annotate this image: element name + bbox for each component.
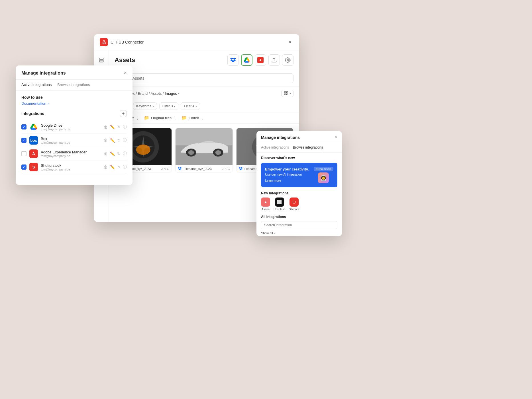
svg-rect-6 — [286, 92, 288, 93]
new-int-sitecore[interactable]: ⬡ Sitecore — [289, 198, 299, 211]
integrations-label: Integrations — [21, 111, 120, 116]
svg-rect-1 — [99, 60, 103, 61]
filter4-btn[interactable]: Filter 4 ▾ — [181, 102, 200, 110]
new-int-unsplash[interactable]: ⬜ Unsplash — [274, 198, 286, 211]
svg-rect-8 — [286, 94, 288, 95]
box-edit-icon[interactable]: ✏️ — [110, 138, 115, 143]
settings-service-btn[interactable] — [282, 54, 293, 66]
breadcrumb-chevron: ▾ — [178, 92, 180, 95]
filter-keywords-chevron: ▾ — [152, 105, 154, 108]
folder-edited-dots[interactable]: ⋮ — [201, 116, 205, 120]
shutterstock-delete-icon[interactable]: 🗑 — [104, 165, 108, 169]
view-toggle-btn[interactable]: ▾ — [281, 90, 293, 97]
adobe-delete-icon[interactable]: 🗑 — [104, 151, 108, 156]
documentation-link[interactable]: Documentation › — [21, 101, 127, 106]
asana-logo: ● — [261, 198, 270, 207]
how-to-use-section: How to use Documentation › — [21, 95, 127, 106]
gdrive-delete-icon[interactable]: 🗑 — [104, 125, 108, 129]
shutterstock-refresh-icon[interactable]: ↻ — [117, 165, 121, 169]
box-checkbox[interactable] — [21, 138, 27, 143]
cihub-close-button[interactable]: × — [287, 39, 293, 46]
adobe-checkbox[interactable] — [21, 151, 27, 156]
shutterstock-email: tom@mycompany.de — [41, 168, 101, 171]
folder-original[interactable]: 📁 Original files ⋮ — [144, 115, 177, 120]
upload-service-btn[interactable] — [268, 54, 280, 66]
sitecore-logo: ⬡ — [290, 198, 299, 207]
gdrive-name: Google Drive — [41, 123, 101, 127]
manage-title: Manage integrations — [21, 71, 124, 76]
browse-close-btn[interactable]: × — [335, 135, 337, 140]
cihub-titlebar: CIHUB CI HUB Connector × — [94, 34, 299, 50]
folder-edited-icon: 📁 — [182, 115, 187, 120]
search-integration-input[interactable] — [261, 221, 337, 229]
new-int-asana[interactable]: ● Asana — [261, 198, 270, 211]
gdrive-info-icon[interactable]: ⓘ — [123, 124, 127, 129]
filter3-btn[interactable]: Filter 3 ▾ — [159, 102, 179, 110]
shutterstock-name: Shutterstock — [41, 163, 101, 168]
box-delete-icon[interactable]: 🗑 — [104, 138, 108, 143]
image-filename-1: Filename_xyz_2023 — [184, 167, 220, 170]
adobe-logo: A — [29, 149, 38, 158]
folder-archive-dots[interactable]: ⋮ — [136, 116, 139, 120]
search-input[interactable] — [115, 73, 293, 83]
adobe-info: Adobe Experience Manager tom@mycompany.d… — [41, 150, 101, 158]
all-integrations-label: All integrations — [261, 215, 337, 219]
manage-body: How to use Documentation › Integrations … — [16, 91, 133, 179]
browse-tab-active[interactable]: Active integrations — [261, 143, 289, 152]
shutterstock-checkbox[interactable] — [21, 164, 27, 170]
shutterstock-edit-icon[interactable]: ✏️ — [110, 165, 115, 169]
grid-icon — [284, 91, 288, 96]
dropbox-service-btn[interactable] — [227, 54, 239, 66]
assets-title: Assets — [115, 56, 227, 64]
browse-tab-browse[interactable]: Browse integrations — [293, 143, 323, 152]
adobe-refresh-icon[interactable]: ↻ — [117, 151, 121, 156]
gdrive-checkbox[interactable] — [21, 124, 27, 129]
image-thumb-1 — [176, 128, 232, 165]
shutterstock-info-icon[interactable]: ⓘ — [123, 164, 127, 170]
tab-browse-integrations[interactable]: Browse integrations — [57, 80, 90, 90]
adobe-edit-icon[interactable]: ✏️ — [110, 151, 115, 156]
folder-original-dots[interactable]: ⋮ — [173, 116, 177, 120]
discover-label: Discover what´s new — [261, 156, 337, 160]
manage-tabs: Active integrations Browse integrations — [16, 80, 133, 91]
integrations-header: Integrations + — [21, 110, 127, 117]
browse-tabs: Active integrations Browse integrations — [256, 143, 342, 153]
box-info: Box tom@mycompany.de — [41, 137, 101, 144]
manage-close-btn[interactable]: × — [124, 70, 127, 76]
browse-titlebar: Manage integrations × — [256, 131, 342, 143]
box-refresh-icon[interactable]: ↻ — [117, 138, 121, 143]
add-integration-btn[interactable]: + — [120, 110, 127, 117]
breadcrumb-active[interactable]: Images ▾ — [165, 91, 180, 96]
promo-subheadline: Use our new AI integration. — [265, 172, 311, 177]
tab-active-integrations[interactable]: Active integrations — [21, 80, 52, 90]
filter-keywords-btn[interactable]: Keywords ▾ — [133, 102, 157, 110]
shutterstock-info: Shutterstock tom@mycompany.de — [41, 163, 101, 171]
gdrive-refresh-icon[interactable]: ↻ — [117, 125, 121, 129]
shutterstock-logo: S — [29, 163, 38, 171]
gdrive-service-btn[interactable] — [241, 54, 252, 66]
folder-edited[interactable]: 📁 Edited ⋮ — [182, 115, 205, 120]
svg-point-17 — [188, 150, 194, 155]
show-all-btn[interactable]: Show all ▾ — [261, 231, 337, 235]
adobe-info-icon[interactable]: ⓘ — [123, 151, 127, 156]
view-toggle-chevron: ▾ — [290, 92, 291, 95]
box-info-icon[interactable]: ⓘ — [123, 138, 127, 143]
gdrive-actions: 🗑 ✏️ ↻ ⓘ — [104, 124, 127, 129]
box-actions: 🗑 ✏️ ↻ ⓘ — [104, 138, 127, 143]
gdrive-edit-icon[interactable]: ✏️ — [110, 125, 115, 129]
promo-avatar: 🧑‍🚀 — [318, 172, 329, 183]
promo-learn-more-link[interactable]: Learn more — [265, 179, 281, 182]
box-email: tom@mycompany.de — [41, 141, 101, 144]
browse-integrations-window: Manage integrations × Active integration… — [256, 131, 342, 236]
sidebar-layers-icon[interactable] — [96, 55, 107, 65]
integration-row-gdrive: Google Drive tom@mycompany.de 🗑 ✏️ ↻ ⓘ — [21, 120, 127, 134]
gdrive-email: tom@mycompany.de — [41, 127, 101, 131]
svg-rect-5 — [284, 92, 286, 93]
adobe-service-btn[interactable]: A — [255, 54, 266, 66]
svg-rect-7 — [284, 94, 286, 95]
promo-headline: Empower your creativity. — [265, 167, 311, 172]
filter3-chevron: ▾ — [174, 105, 175, 108]
svg-point-13 — [136, 145, 150, 155]
image-card-1[interactable]: Filename_xyz_2023 JPEG — [175, 128, 233, 172]
integration-row-adobe: A Adobe Experience Manager tom@mycompany… — [21, 147, 127, 161]
